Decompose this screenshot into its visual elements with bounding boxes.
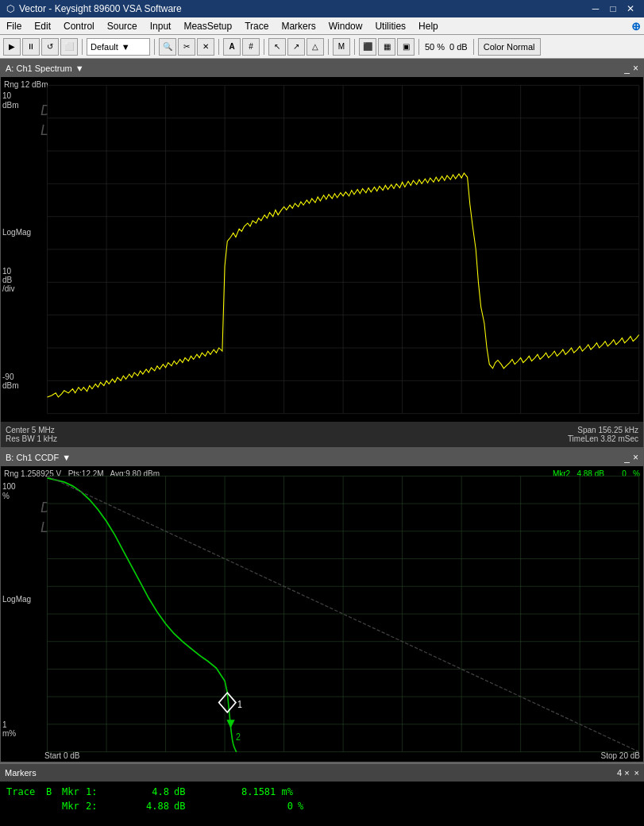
tb-btn-grid[interactable]: # [242,38,260,56]
menu-file[interactable]: File [0,17,28,34]
title-controls[interactable]: ─ □ ✕ [588,2,638,16]
restart-btn[interactable]: ↺ [41,38,59,56]
menu-source[interactable]: Source [101,17,144,34]
panel-a-center: Center 5 MHz [6,426,57,434]
menu-control[interactable]: Control [57,17,101,34]
panel-b-chart: Rng 1.258925 V Pts:12.2M Avg:9.80 dBm Mk… [1,466,643,762]
minimize-btn[interactable]: ─ [588,2,603,16]
default-dropdown[interactable]: Default ▼ [87,38,150,56]
ccdf-chart-svg: 1 2 [1,466,643,762]
tb-btn-3[interactable]: ✕ [197,38,214,56]
panel-b-minimize[interactable]: _ [624,452,630,463]
menu-markers[interactable]: Markers [275,17,322,34]
sep5 [328,39,329,55]
marker-type-2: Mkr [62,799,86,813]
panel-a-title: A: Ch1 Spectrum [6,64,72,73]
stop-btn[interactable]: ⬜ [60,38,78,56]
color-normal-btn[interactable]: Color Normal [478,38,541,56]
menu-help[interactable]: Help [412,17,445,34]
marker-channel-1: B [46,785,62,799]
tb-btn-a[interactable]: A [223,38,241,56]
panel-a: A: Ch1 Spectrum ▼ _ × Rng 12 dBm Demo Li… [0,59,644,448]
panel-b-title: B: Ch1 CCDF [6,453,59,462]
menu-meassetup[interactable]: MeasSetup [177,17,238,34]
app-icon: ⬡ [6,3,14,14]
panel-a-timelen: TimeLen 3.82 mSec [568,434,638,443]
tb-btn-1[interactable]: 🔍 [159,38,176,56]
tb-btn-marker[interactable]: ↗ [287,38,305,56]
spectrum-chart-svg [1,77,643,422]
maximize-btn[interactable]: □ [606,2,620,16]
percent-label: 50 % [423,42,446,52]
panel-a-resbw: Res BW 1 kHz [6,434,57,443]
menu-trace[interactable]: Trace [238,17,275,34]
tb-btn-s1[interactable]: ⬛ [359,38,376,56]
panel-a-footer: Center 5 MHz Res BW 1 kHz Span 156.25 kH… [1,422,643,447]
panel-a-span: Span 156.25 kHz [568,426,638,434]
marker-unit1-2: dB [174,799,198,813]
panel-b-controls[interactable]: _ × [624,452,638,463]
markers-close[interactable]: × [634,768,639,778]
tb-btn-m1[interactable]: M [333,38,350,56]
title-bar: ⬡ Vector - Keysight 89600 VSA Software ─… [0,0,644,17]
main-content: A: Ch1 Spectrum ▼ _ × Rng 12 dBm Demo Li… [0,59,644,826]
marker-type-1: Mkr [62,785,86,799]
keysight-logo: ⊕ [631,20,641,33]
panel-a-header: A: Ch1 Spectrum ▼ _ × [1,60,643,77]
db-label: 0 dB [448,42,469,52]
markers-panel: Markers 4 × × Trace B Mkr 1: 4.8 dB 8.15… [0,762,644,826]
panel-a-chart: Rng 12 dBm Demo License Limited Function… [1,77,643,422]
markers-content: Trace B Mkr 1: 4.8 dB 8.1581 m% Mkr 2: 4… [0,782,644,826]
marker-val2-2: 0 [198,799,293,813]
panel-b-title-group: B: Ch1 CCDF ▼ [6,453,71,462]
panel-a-controls[interactable]: _ × [624,63,638,74]
menu-window[interactable]: Window [322,17,369,34]
close-btn[interactable]: ✕ [623,2,638,16]
sep7 [418,39,419,55]
panel-b-header: B: Ch1 CCDF ▼ _ × [1,449,643,466]
sep4 [264,39,264,55]
toolbar: ▶ ⏸ ↺ ⬜ Default ▼ 🔍 ✂ ✕ A # ↖ ↗ △ M ⬛ ▦ … [0,35,644,59]
marker-trace-2 [6,799,46,813]
menu-bar: File Edit Control Source Input MeasSetup… [0,17,644,35]
panel-a-footer-right: Span 156.25 kHz TimeLen 3.82 mSec [568,426,638,443]
sep2 [154,39,155,55]
panel-b-dropdown-icon[interactable]: ▼ [62,453,71,462]
panel-a-dropdown-icon[interactable]: ▼ [75,64,84,73]
play-btn[interactable]: ▶ [3,38,21,56]
markers-title: Markers [5,768,37,778]
marker-unit2-2: % [298,799,322,813]
title-left: ⬡ Vector - Keysight 89600 VSA Software [6,3,182,14]
app-title: Vector - Keysight 89600 VSA Software [19,3,182,14]
sep1 [82,39,83,55]
markers-controls[interactable]: 4 × × [617,768,639,778]
sep3 [218,39,219,55]
markers-header: Markers 4 × × [0,764,644,782]
menu-utilities[interactable]: Utilities [368,17,412,34]
tb-btn-2[interactable]: ✂ [178,38,195,56]
sep8 [473,39,474,55]
marker-unit1-1: dB [174,785,198,799]
marker-num-1: 1: [86,785,106,799]
marker-val1-2: 4.88 [106,799,169,813]
panel-a-minimize[interactable]: _ [624,63,630,74]
marker-val1-1: 4.8 [106,785,169,799]
markers-row-2: Mkr 2: 4.88 dB 0 % [6,799,638,813]
panel-b: B: Ch1 CCDF ▼ _ × Rng 1.258925 V Pts:12.… [0,448,644,762]
tb-btn-s2[interactable]: ▦ [378,38,395,56]
panel-b-footer-right: Stop 20 dB [601,751,640,760]
marker2-label: 2 [236,731,241,742]
marker-val2-1: 8.1581 m% [198,785,293,799]
marker1-label: 1 [237,699,242,709]
menu-input[interactable]: Input [144,17,178,34]
tb-btn-cursor[interactable]: ↖ [268,38,286,56]
panel-b-close[interactable]: × [633,452,638,463]
marker-trace-1: Trace [6,785,46,799]
marker-num-2: 2: [86,799,106,813]
tb-btn-delta[interactable]: △ [307,38,324,56]
menu-edit[interactable]: Edit [28,17,57,34]
pause-btn[interactable]: ⏸ [22,38,40,56]
panel-b-footer-left: Start 0 dB [44,751,79,760]
panel-a-close[interactable]: × [633,63,638,74]
tb-btn-s3[interactable]: ▣ [397,38,415,56]
